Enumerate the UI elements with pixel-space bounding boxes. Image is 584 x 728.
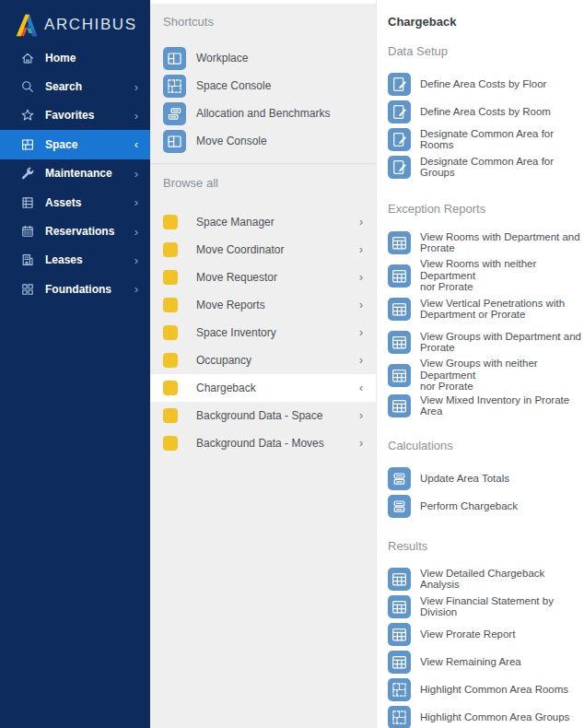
task-item-view-rooms-with-neither-department-nor-prorate[interactable]: View Rooms with neither Department nor P… [388, 259, 584, 292]
chevron-icon: › [134, 81, 138, 93]
chevron-icon: › [359, 217, 363, 228]
calendar-icon [20, 224, 35, 239]
chevron-icon: › [134, 226, 138, 238]
browse-item-move-requestor[interactable]: Move Requestor› [150, 264, 376, 291]
ledger-icon [20, 195, 35, 210]
task-item-perform-chargeback[interactable]: Perform Chargeback [388, 492, 584, 520]
task-item-define-area-costs-by-room[interactable]: Define Area Costs by Room [388, 98, 584, 125]
section-task-list: View Detailed Chargeback AnalysisView Fi… [388, 565, 584, 728]
task-item-view-vertical-penetrations-with-department-or-prorate[interactable]: View Vertical Penetrations with Departme… [388, 292, 584, 325]
search-icon [20, 79, 35, 94]
category-swatch-icon [163, 242, 178, 257]
chevron-icon: › [359, 244, 363, 255]
category-swatch-icon [163, 270, 178, 285]
section-data-setup: Data SetupDefine Area Costs by FloorDefi… [388, 44, 584, 181]
sidebar-item-space[interactable]: Space‹ [0, 130, 150, 159]
shortcut-item-space-console[interactable]: Space Console [150, 72, 376, 100]
task-item-label: Perform Chargeback [420, 500, 518, 512]
shortcuts-header: Shortcuts [163, 15, 363, 29]
task-item-highlight-common-area-groups[interactable]: Highlight Common Area Groups [388, 703, 584, 728]
chevron-icon: › [359, 410, 363, 421]
task-item-designate-common-area-for-groups[interactable]: Designate Common Area for Groups [388, 153, 584, 181]
browse-item-move-reports[interactable]: Move Reports› [150, 291, 376, 319]
section-header: Calculations [388, 439, 584, 453]
task-item-label: Highlight Common Area Groups [420, 711, 569, 723]
section-results: ResultsView Detailed Chargeback Analysis… [388, 539, 584, 728]
task-item-view-prorate-report[interactable]: View Prorate Report [388, 620, 584, 648]
sidebar-item-assets[interactable]: Assets› [0, 188, 150, 217]
task-item-view-detailed-chargeback-analysis[interactable]: View Detailed Chargeback Analysis [388, 565, 584, 593]
section-exception-reports: Exception ReportsView Rooms with Departm… [388, 202, 584, 419]
browse-item-background-data-moves[interactable]: Background Data - Moves› [150, 429, 376, 457]
sidebar-item-label: Maintenance [45, 167, 112, 180]
browse-item-move-coordinator[interactable]: Move Coordinator› [150, 236, 376, 264]
task-item-label: View Groups with Department and Prorate [420, 331, 581, 354]
task-item-view-remaining-area[interactable]: View Remaining Area [388, 648, 584, 675]
task-item-label: Designate Common Area for Rooms [420, 128, 584, 151]
task-item-view-groups-with-neither-department-nor-prorate[interactable]: View Groups with neither Department nor … [388, 358, 584, 392]
section-task-list: Update Area TotalsPerform Chargeback [388, 464, 584, 520]
chevron-icon: › [134, 196, 138, 208]
browse-item-occupancy[interactable]: Occupancy› [150, 346, 376, 374]
task-item-highlight-common-area-rooms[interactable]: Highlight Common Area Rooms [388, 675, 584, 703]
chevron-icon: › [359, 299, 363, 311]
task-item-label: Define Area Costs by Room [420, 106, 551, 118]
browse-item-label: Chargeback [196, 382, 256, 394]
floorplan-icon [20, 137, 35, 152]
browse-item-label: Space Inventory [196, 326, 276, 339]
shortcut-item-label: Space Console [196, 79, 271, 92]
brand-logo[interactable]: ARCHIBUS [0, 0, 150, 39]
task-item-update-area-totals[interactable]: Update Area Totals [388, 464, 584, 492]
home-icon [20, 51, 35, 65]
task-item-label: Update Area Totals [420, 473, 509, 485]
wrench-icon [20, 166, 35, 181]
sidebar-item-leases[interactable]: Leases› [0, 246, 150, 275]
table-report-icon [388, 264, 411, 288]
sidebar-item-foundations[interactable]: Foundations› [0, 275, 150, 303]
chevron-icon: › [359, 355, 363, 366]
browse-item-space-manager[interactable]: Space Manager› [150, 208, 376, 236]
shortcut-item-allocation-and-benchmarks[interactable]: Allocation and Benchmarks [150, 100, 376, 127]
browse-item-background-data-space[interactable]: Background Data - Space› [150, 402, 376, 429]
sidebar-item-reservations[interactable]: Reservations› [0, 217, 150, 245]
category-swatch-icon [163, 381, 178, 395]
space-console-floorplan-icon [163, 75, 186, 98]
sidebar-item-search[interactable]: Search› [0, 72, 150, 100]
sidebar-item-label: Reservations [45, 225, 114, 238]
browse-item-label: Move Reports [196, 299, 265, 311]
task-item-define-area-costs-by-floor[interactable]: Define Area Costs by Floor [388, 70, 584, 98]
edit-form-icon [388, 156, 411, 179]
sidebar-item-maintenance[interactable]: Maintenance› [0, 159, 150, 188]
shortcuts-list: WorkplaceSpace ConsoleAllocation and Ben… [150, 44, 376, 155]
browse-item-space-inventory[interactable]: Space Inventory› [150, 319, 376, 346]
section-header: Exception Reports [388, 202, 584, 217]
shortcut-item-workplace[interactable]: Workplace [150, 44, 376, 72]
browse-item-label: Background Data - Moves [196, 437, 324, 450]
task-item-view-financial-statement-by-division[interactable]: View Financial Statement by Division [388, 593, 584, 620]
sidebar-item-home[interactable]: Home [0, 43, 150, 72]
task-item-label: View Detailed Chargeback Analysis [420, 568, 584, 591]
section-calculations: CalculationsUpdate Area TotalsPerform Ch… [388, 439, 584, 520]
menu-panel: Shortcuts WorkplaceSpace ConsoleAllocati… [150, 0, 376, 728]
browse-all-header: Browse all [163, 176, 363, 191]
shortcut-item-move-console[interactable]: Move Console [150, 127, 376, 155]
browse-item-chargeback[interactable]: Chargeback‹ [150, 374, 376, 402]
process-action-icon [388, 495, 411, 518]
section-header: Data Setup [388, 44, 584, 59]
task-item-view-groups-with-department-and-prorate[interactable]: View Groups with Department and Prorate [388, 325, 584, 358]
category-swatch-icon [163, 298, 178, 312]
task-item-view-mixed-inventory-in-prorate-area[interactable]: View Mixed Inventory in Prorate Area [388, 392, 584, 419]
task-item-view-rooms-with-department-and-prorate[interactable]: View Rooms with Department and Prorate [388, 226, 584, 259]
section-task-list: Define Area Costs by FloorDefine Area Co… [388, 70, 584, 181]
browse-item-label: Move Coordinator [196, 243, 284, 256]
sidebar-item-favorites[interactable]: Favorites› [0, 101, 150, 130]
chevron-icon: › [359, 438, 363, 449]
task-item-label: View Vertical Penetrations with Departme… [420, 298, 565, 321]
edit-form-icon [388, 128, 411, 151]
task-item-label: View Prorate Report [420, 628, 515, 640]
modules-icon [20, 282, 35, 297]
task-item-designate-common-area-for-rooms[interactable]: Designate Common Area for Rooms [388, 125, 584, 153]
panel-divider [150, 163, 376, 164]
browse-item-label: Background Data - Space [196, 409, 322, 422]
star-icon [20, 108, 35, 123]
